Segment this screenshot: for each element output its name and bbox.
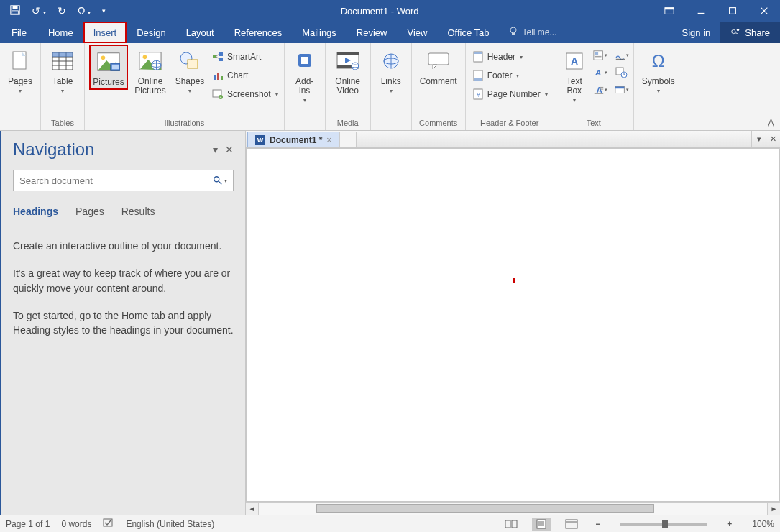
- spell-check-icon[interactable]: [103, 518, 114, 530]
- tab-mailings[interactable]: Mailings: [292, 22, 347, 43]
- zoom-out-button[interactable]: −: [592, 519, 603, 529]
- tab-office-tab[interactable]: Office Tab: [437, 22, 499, 43]
- close-tab-icon[interactable]: ×: [326, 135, 331, 145]
- group-tables: Table ▾ Tables: [41, 43, 85, 130]
- navigation-tabs: Headings Pages Results: [13, 206, 234, 217]
- online-pictures-button[interactable]: Online Pictures: [131, 45, 170, 98]
- status-words[interactable]: 0 words: [61, 519, 91, 529]
- tab-options-icon[interactable]: ▾: [751, 131, 766, 147]
- text-box-button[interactable]: A Text Box ▾: [559, 45, 590, 106]
- tab-close-icon[interactable]: ✕: [766, 131, 780, 147]
- zoom-in-button[interactable]: +: [724, 519, 735, 529]
- scroll-left-icon[interactable]: ◄: [246, 503, 259, 515]
- tab-view[interactable]: View: [397, 22, 437, 43]
- search-document[interactable]: ▾: [13, 170, 234, 191]
- document-area: W Document1 * × ▾ ✕ ◄ ►: [246, 131, 780, 515]
- group-comments-label: Comments: [416, 117, 461, 130]
- nav-tab-headings[interactable]: Headings: [13, 206, 58, 217]
- zoom-slider[interactable]: [620, 523, 707, 526]
- search-input[interactable]: [14, 175, 207, 186]
- nav-tab-results[interactable]: Results: [121, 206, 155, 217]
- maximize-button[interactable]: [717, 0, 748, 22]
- print-layout-icon[interactable]: [532, 518, 551, 531]
- zoom-level[interactable]: 100%: [752, 519, 774, 529]
- minimize-button[interactable]: [685, 0, 717, 22]
- svg-text:#: #: [476, 92, 480, 98]
- ribbon-display-icon[interactable]: [653, 0, 685, 22]
- header-button[interactable]: Header ▾: [470, 49, 549, 65]
- scroll-track[interactable]: [259, 503, 767, 515]
- chart-button[interactable]: Chart: [210, 68, 280, 83]
- read-mode-icon[interactable]: [502, 518, 520, 531]
- title-bar: ↺ ▾ ↻ Ω ▾ ▾ Document1 - Word: [0, 0, 780, 22]
- tab-design[interactable]: Design: [127, 22, 175, 43]
- links-button[interactable]: Links ▾: [375, 45, 407, 96]
- sign-in-button[interactable]: Sign in: [672, 22, 721, 43]
- new-tab-button[interactable]: [339, 132, 357, 147]
- screenshot-label: Screenshot: [227, 89, 271, 99]
- group-illustrations-label: Illustrations: [89, 117, 280, 130]
- tell-me-search[interactable]: Tell me...: [499, 22, 566, 43]
- svg-rect-57: [428, 53, 449, 65]
- online-pictures-icon: [139, 50, 162, 73]
- navigation-help-text: Create an interactive outline of your do…: [13, 239, 234, 350]
- quick-parts-icon[interactable]: ▾: [593, 49, 607, 62]
- date-time-icon[interactable]: [615, 66, 629, 79]
- addins-icon: [293, 50, 316, 73]
- smartart-button[interactable]: SmartArt: [210, 49, 280, 65]
- redo-icon[interactable]: ↻: [58, 5, 66, 17]
- group-header-footer: Header ▾ Footer ▾ # Page Number ▾ Header…: [466, 43, 554, 130]
- online-video-button[interactable]: Online Video: [330, 45, 366, 98]
- tab-insert[interactable]: Insert: [83, 22, 127, 43]
- horizontal-scrollbar[interactable]: ◄ ►: [246, 502, 780, 515]
- group-addins: Add- ins ▾: [285, 43, 326, 130]
- tab-layout[interactable]: Layout: [176, 22, 224, 43]
- ribbon-tabs: File Home Insert Design Layout Reference…: [0, 22, 780, 43]
- nav-tab-pages[interactable]: Pages: [75, 206, 104, 217]
- signature-line-icon[interactable]: ▾: [615, 49, 629, 62]
- nav-close-icon[interactable]: ✕: [225, 144, 234, 155]
- shapes-button[interactable]: Shapes ▾: [173, 45, 207, 96]
- pages-button[interactable]: Pages ▾: [4, 45, 36, 96]
- wordart-icon[interactable]: A▾: [593, 66, 607, 79]
- tab-references[interactable]: References: [224, 22, 292, 43]
- chart-icon: [211, 69, 224, 82]
- dropdown-icon: ▾: [61, 88, 64, 94]
- nav-options-icon[interactable]: ▾: [213, 144, 218, 155]
- group-media-label: Media: [330, 117, 366, 130]
- tab-review[interactable]: Review: [347, 22, 398, 43]
- tab-file[interactable]: File: [0, 22, 38, 43]
- drop-cap-icon[interactable]: A▾: [593, 83, 607, 96]
- collapse-ribbon-icon[interactable]: ⋀: [768, 118, 774, 127]
- dropdown-icon: ▾: [516, 73, 519, 79]
- status-page[interactable]: Page 1 of 1: [6, 519, 50, 529]
- zoom-thumb[interactable]: [662, 520, 668, 528]
- tab-home[interactable]: Home: [38, 22, 83, 43]
- chart-label: Chart: [227, 70, 248, 81]
- footer-button[interactable]: Footer ▾: [470, 68, 549, 83]
- page-number-button[interactable]: # Page Number ▾: [470, 86, 549, 102]
- addins-button[interactable]: Add- ins ▾: [289, 45, 321, 106]
- symbol-icon[interactable]: Ω ▾: [78, 5, 91, 17]
- comment-button[interactable]: Comment: [416, 45, 461, 88]
- scroll-right-icon[interactable]: ►: [767, 503, 780, 515]
- object-icon[interactable]: ▾: [615, 83, 629, 96]
- comment-label: Comment: [420, 77, 457, 86]
- svg-text:A: A: [595, 68, 601, 77]
- web-layout-icon[interactable]: [562, 518, 581, 531]
- svg-line-84: [219, 181, 221, 184]
- scroll-thumb[interactable]: [316, 504, 654, 513]
- search-button[interactable]: ▾: [207, 175, 233, 185]
- status-language[interactable]: English (United States): [126, 519, 214, 529]
- pictures-button[interactable]: Pictures: [89, 45, 128, 90]
- undo-icon[interactable]: ↺ ▾: [32, 5, 46, 17]
- close-button[interactable]: [748, 0, 780, 22]
- document-tab[interactable]: W Document1 * ×: [247, 132, 339, 147]
- screenshot-button[interactable]: + Screenshot ▾: [210, 86, 280, 102]
- symbols-button[interactable]: Ω Symbols ▾: [638, 45, 679, 96]
- share-button[interactable]: Share: [720, 22, 780, 43]
- document-page[interactable]: [246, 148, 780, 502]
- shapes-label: Shapes: [175, 77, 205, 86]
- save-icon[interactable]: [10, 5, 20, 17]
- table-button[interactable]: Table ▾: [45, 45, 80, 96]
